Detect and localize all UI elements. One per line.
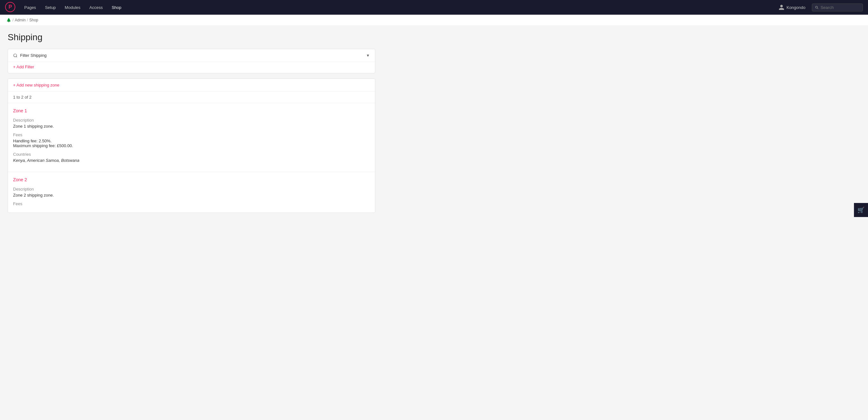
zone-2-fees-label: Fees [13, 201, 370, 206]
breadcrumb-home-icon[interactable]: 🌲 [6, 18, 11, 22]
zone-2-description-label: Description [13, 187, 370, 191]
zone-1-description-label: Description [13, 118, 370, 123]
cart-button[interactable]: 🛒 [854, 203, 868, 217]
filter-header[interactable]: Filter Shipping ▼ [8, 49, 375, 62]
nav-item-pages[interactable]: Pages [21, 3, 40, 12]
nav-item-modules[interactable]: Modules [61, 3, 84, 12]
svg-point-2 [14, 54, 17, 57]
user-name: Kongondo [786, 5, 805, 10]
filter-chevron-icon: ▼ [366, 53, 370, 58]
zone-item-2: Zone 2 Description Zone 2 shipping zone.… [8, 172, 375, 213]
shipping-zones-container: + Add new shipping zone 1 to 2 of 2 Zone… [8, 79, 375, 213]
top-navigation: P Pages Setup Modules Access Shop Kongon… [0, 0, 868, 15]
zone-1-name[interactable]: Zone 1 [13, 108, 370, 113]
main-content: Shipping Filter Shipping ▼ + Add Filter … [0, 26, 383, 219]
search-input[interactable] [820, 5, 860, 10]
add-zone-button[interactable]: + Add new shipping zone [13, 83, 370, 87]
add-zone-header: + Add new shipping zone [8, 79, 375, 92]
zone-item-1: Zone 1 Description Zone 1 shipping zone.… [8, 103, 375, 172]
zone-2-name[interactable]: Zone 2 [13, 177, 370, 182]
nav-item-setup[interactable]: Setup [41, 3, 60, 12]
zone-1-fees-label: Fees [13, 132, 370, 137]
filter-label: Filter Shipping [20, 53, 46, 58]
zone-1-countries-label: Countries [13, 152, 370, 157]
add-filter-button[interactable]: + Add Filter [13, 64, 370, 69]
filter-search-icon [13, 53, 18, 58]
breadcrumb-admin[interactable]: Admin [15, 18, 26, 22]
breadcrumb: 🌲 / Admin / Shop [0, 15, 868, 26]
zone-1-fees: Handling fee: 2.50%. Maximum shipping fe… [13, 139, 370, 148]
filter-box: Filter Shipping ▼ + Add Filter [8, 49, 375, 73]
pagination-info: 1 to 2 of 2 [8, 92, 375, 103]
search-box[interactable] [812, 3, 863, 11]
user-menu[interactable]: Kongondo [778, 4, 805, 10]
cart-icon: 🛒 [858, 207, 865, 213]
page-title: Shipping [8, 32, 375, 42]
search-icon [815, 5, 818, 9]
nav-item-shop[interactable]: Shop [108, 3, 125, 12]
nav-item-access[interactable]: Access [86, 3, 106, 12]
zone-1-countries: Kenya, American Samoa, Botswana [13, 158, 370, 163]
breadcrumb-shop[interactable]: Shop [29, 18, 38, 22]
svg-text:P: P [9, 4, 12, 9]
zone-2-description: Zone 2 shipping zone. [13, 193, 370, 198]
logo[interactable]: P [5, 2, 19, 13]
zone-1-description: Zone 1 shipping zone. [13, 124, 370, 129]
filter-body: + Add Filter [8, 62, 375, 73]
